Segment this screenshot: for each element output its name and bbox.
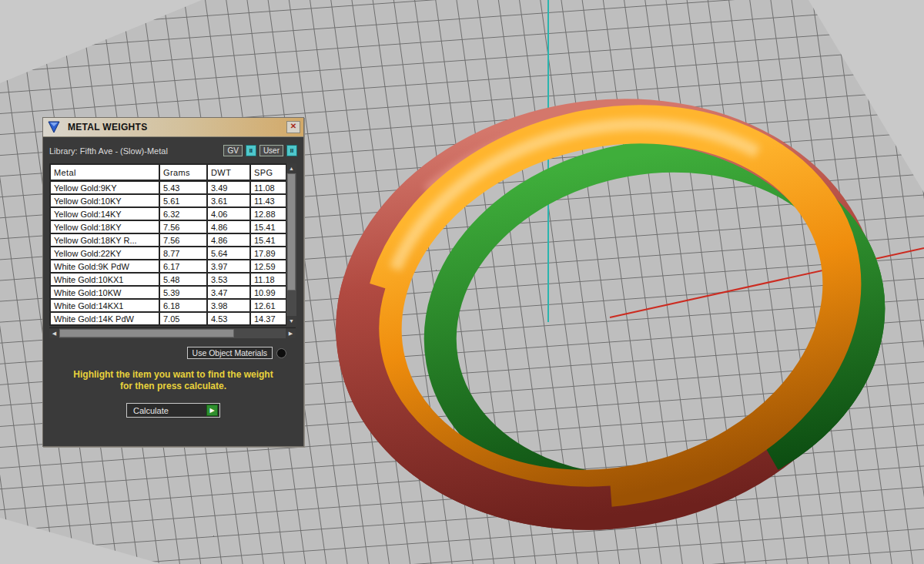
header-dwt: DWT bbox=[207, 164, 250, 181]
dialog-titlebar[interactable]: METAL WEIGHTS ✕ bbox=[43, 118, 303, 137]
table-cell[interactable]: 3.97 bbox=[207, 260, 250, 273]
metal-table: Metal Grams DWT SPG Yellow Gold:9KY5.433… bbox=[49, 163, 286, 326]
table-cell[interactable]: 12.61 bbox=[250, 299, 286, 312]
table-cell[interactable]: 8.77 bbox=[159, 247, 207, 260]
table-row[interactable]: Yellow Gold:18KY R...7.564.8615.41 bbox=[50, 233, 286, 247]
table-cell[interactable]: 5.48 bbox=[159, 273, 207, 286]
materials-radio-icon[interactable] bbox=[276, 348, 286, 358]
table-cell[interactable]: White Gold:14K PdW bbox=[50, 312, 159, 325]
table-cell[interactable]: Yellow Gold:10KY bbox=[50, 194, 159, 207]
table-cell[interactable]: White Gold:10KX1 bbox=[50, 273, 159, 286]
table-cell[interactable]: 4.53 bbox=[207, 312, 250, 325]
table-row[interactable]: White Gold:10KX15.483.5311.18 bbox=[50, 273, 286, 286]
table-row[interactable]: Yellow Gold:22KY8.775.6417.89 bbox=[50, 247, 286, 260]
table-cell[interactable]: 3.47 bbox=[207, 286, 250, 299]
instruction-line-2: for then press calculate. bbox=[49, 381, 297, 392]
table-cell[interactable]: White Gold:14KX1 bbox=[50, 299, 159, 312]
table-cell[interactable]: 7.05 bbox=[159, 312, 207, 325]
table-cell[interactable]: Yellow Gold:18KY bbox=[50, 220, 159, 233]
gv-toggle[interactable]: II bbox=[246, 145, 256, 156]
dialog-title: METAL WEIGHTS bbox=[68, 122, 286, 133]
table-cell[interactable]: Yellow Gold:18KY R... bbox=[50, 233, 159, 247]
instruction-text: Highlight the item you want to find the … bbox=[49, 369, 297, 392]
horizontal-scroll-track[interactable] bbox=[234, 328, 286, 338]
user-button[interactable]: User bbox=[259, 145, 283, 156]
table-cell[interactable]: 12.88 bbox=[250, 207, 286, 220]
table-cell[interactable]: 15.41 bbox=[250, 220, 286, 233]
table-cell[interactable]: 6.32 bbox=[159, 207, 207, 220]
table-row[interactable]: White Gold:10KW5.393.4710.99 bbox=[50, 286, 286, 299]
table-cell[interactable]: 6.18 bbox=[159, 299, 207, 312]
table-cell[interactable]: 3.98 bbox=[207, 299, 250, 312]
table-cell[interactable]: Yellow Gold:14KY bbox=[50, 207, 159, 220]
metal-table-body: Yellow Gold:9KY5.433.4911.08Yellow Gold:… bbox=[50, 181, 286, 326]
metal-weights-dialog: METAL WEIGHTS ✕ Library: Fifth Ave - (Sl… bbox=[42, 117, 304, 447]
horizontal-scroll-thumb[interactable] bbox=[59, 329, 234, 337]
table-cell[interactable]: 3.61 bbox=[207, 194, 250, 207]
table-cell[interactable]: 5.64 bbox=[207, 247, 250, 260]
table-cell[interactable]: 15.41 bbox=[250, 233, 286, 247]
table-cell[interactable]: 11.08 bbox=[250, 181, 286, 195]
calculate-arrow-icon: ▶ bbox=[206, 405, 218, 416]
table-cell[interactable]: 4.86 bbox=[207, 233, 250, 247]
table-cell[interactable]: 5.43 bbox=[159, 181, 207, 195]
table-row[interactable]: Yellow Gold:9KY5.433.4911.08 bbox=[50, 181, 286, 195]
table-row[interactable]: White Gold:9K PdW6.173.9712.59 bbox=[50, 260, 286, 273]
table-cell[interactable]: 10.99 bbox=[250, 286, 286, 299]
vertical-scroll-track[interactable] bbox=[286, 290, 296, 316]
table-cell[interactable]: 14.37 bbox=[250, 312, 286, 325]
table-cell[interactable]: 7.56 bbox=[159, 220, 207, 233]
scroll-up-icon[interactable]: ▲ bbox=[286, 163, 296, 173]
gv-button[interactable]: GV bbox=[223, 145, 242, 156]
calculate-label: Calculate bbox=[133, 406, 169, 415]
table-cell[interactable]: Yellow Gold:22KY bbox=[50, 247, 159, 260]
table-cell[interactable]: 11.18 bbox=[250, 273, 286, 286]
scroll-left-icon[interactable]: ◀ bbox=[49, 328, 59, 338]
user-toggle[interactable]: II bbox=[286, 145, 297, 156]
close-icon[interactable]: ✕ bbox=[286, 121, 300, 133]
use-object-materials-label: Use Object Materials bbox=[192, 348, 267, 358]
horizontal-scrollbar[interactable]: ◀ ▶ bbox=[49, 327, 296, 338]
library-label: Library: Fifth Ave - (Slow)-Metal bbox=[49, 146, 168, 156]
app-logo-icon bbox=[46, 120, 62, 134]
use-object-materials-dropdown[interactable]: Use Object Materials bbox=[187, 347, 273, 359]
table-cell[interactable]: White Gold:10KW bbox=[50, 286, 159, 299]
table-cell[interactable]: 4.86 bbox=[207, 220, 250, 233]
table-cell[interactable]: Yellow Gold:9KY bbox=[50, 181, 159, 195]
table-row[interactable]: Yellow Gold:18KY7.564.8615.41 bbox=[50, 220, 286, 233]
scroll-right-icon[interactable]: ▶ bbox=[286, 328, 296, 338]
table-cell[interactable]: 17.89 bbox=[250, 247, 286, 260]
table-row[interactable]: White Gold:14K PdW7.054.5314.37 bbox=[50, 312, 286, 325]
table-row[interactable]: White Gold:14KX16.183.9812.61 bbox=[50, 299, 286, 312]
table-row[interactable]: Yellow Gold:14KY6.324.0612.88 bbox=[50, 207, 286, 220]
vertical-scrollbar[interactable]: ▲ ▼ bbox=[286, 163, 296, 326]
scroll-down-icon[interactable]: ▼ bbox=[286, 316, 296, 326]
header-metal: Metal bbox=[50, 164, 159, 181]
table-cell[interactable]: 4.06 bbox=[207, 207, 250, 220]
instruction-line-1: Highlight the item you want to find the … bbox=[49, 369, 297, 381]
table-row[interactable]: Yellow Gold:10KY5.613.6111.43 bbox=[50, 194, 286, 207]
table-cell[interactable]: 11.43 bbox=[250, 194, 286, 207]
table-cell[interactable]: 5.61 bbox=[159, 194, 207, 207]
header-grams: Grams bbox=[159, 164, 207, 181]
header-spg: SPG bbox=[250, 164, 286, 181]
metal-table-viewport: Metal Grams DWT SPG Yellow Gold:9KY5.433… bbox=[49, 163, 286, 326]
calculate-button[interactable]: Calculate ▶ bbox=[126, 403, 220, 418]
table-header-row: Metal Grams DWT SPG bbox=[50, 164, 286, 181]
table-cell[interactable]: 3.49 bbox=[207, 181, 250, 195]
table-cell[interactable]: 5.39 bbox=[159, 286, 207, 299]
table-cell[interactable]: White Gold:9K PdW bbox=[50, 260, 159, 273]
vertical-scroll-thumb[interactable] bbox=[287, 173, 296, 290]
table-cell[interactable]: 3.53 bbox=[207, 273, 250, 286]
table-cell[interactable]: 12.59 bbox=[250, 260, 286, 273]
table-cell[interactable]: 7.56 bbox=[159, 233, 207, 247]
table-cell[interactable]: 6.17 bbox=[159, 260, 207, 273]
